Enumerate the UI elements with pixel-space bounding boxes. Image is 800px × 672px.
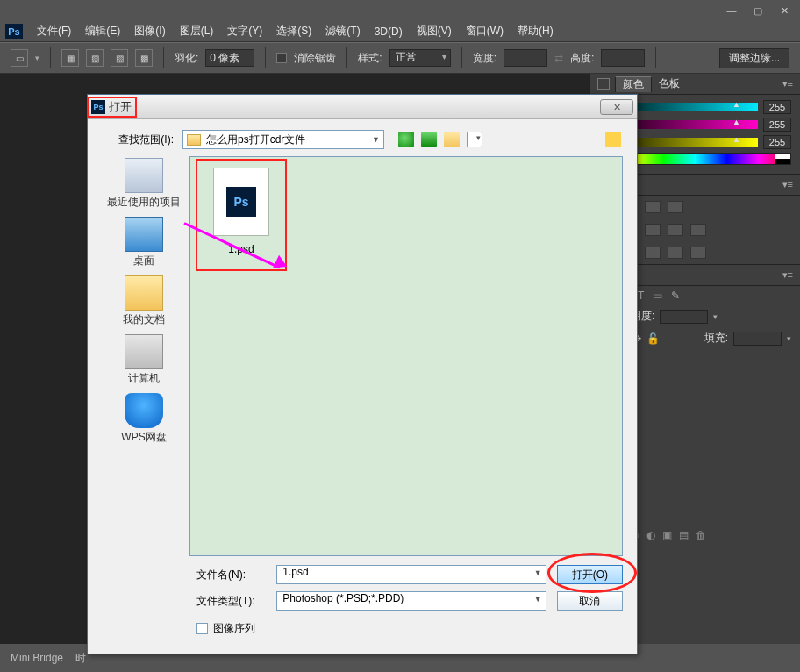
image-sequence-checkbox[interactable]	[196, 623, 208, 634]
threshold-icon[interactable]	[645, 247, 661, 259]
menu-3d[interactable]: 3D(D)	[368, 25, 410, 38]
menu-window[interactable]: 窗口(W)	[459, 24, 511, 39]
lock-all-icon[interactable]: 🔓	[646, 332, 660, 345]
place-documents[interactable]: 我的文档	[104, 275, 183, 327]
antialias-checkbox[interactable]	[276, 53, 287, 63]
magenta-value[interactable]: 255	[763, 118, 791, 132]
menu-image[interactable]: 图像(I)	[127, 24, 172, 39]
file-tile-name: 1.psd	[228, 243, 254, 255]
path-pen-icon[interactable]: ✎	[671, 290, 680, 302]
timeline-tab[interactable]: 时	[75, 651, 86, 666]
filename-input[interactable]: 1.psd	[276, 565, 546, 584]
dialog-title-highlight: Ps 打开	[88, 97, 137, 118]
open-button[interactable]: 打开(O)	[557, 565, 623, 584]
dialog-ps-icon: Ps	[91, 100, 105, 114]
look-in-label: 查找范围(I):	[102, 132, 174, 147]
app-menubar: Ps 文件(F) 编辑(E) 图像(I) 图层(L) 文字(Y) 选择(S) 滤…	[0, 21, 800, 42]
menu-select[interactable]: 选择(S)	[269, 24, 318, 39]
cancel-button[interactable]: 取消	[557, 591, 623, 611]
style-select[interactable]: 正常	[389, 49, 451, 67]
menu-edit[interactable]: 编辑(E)	[78, 24, 127, 39]
image-sequence-label: 图像序列	[213, 621, 255, 636]
filetype-select[interactable]: Photoshop (*.PSD;*.PDD)	[276, 591, 546, 611]
color-panel-menu-icon[interactable]: ▾≡	[782, 78, 793, 89]
height-input[interactable]	[601, 49, 645, 67]
dialog-title: 打开	[109, 99, 132, 115]
antialias-label: 消除锯齿	[294, 51, 336, 66]
menu-type[interactable]: 文字(Y)	[220, 24, 269, 39]
computer-icon	[125, 334, 163, 369]
exposure-icon[interactable]	[668, 201, 683, 213]
file-list-area[interactable]: Ps 1.psd	[189, 156, 623, 556]
new-layer-icon[interactable]: ▤	[679, 529, 689, 541]
new-group-icon[interactable]: ▣	[662, 529, 672, 541]
place-desktop[interactable]: 桌面	[104, 217, 183, 268]
mini-bridge-tab[interactable]: Mini Bridge	[11, 652, 63, 664]
filename-label: 文件名(N):	[196, 568, 266, 583]
menu-view[interactable]: 视图(V)	[410, 24, 459, 39]
look-in-select[interactable]: 怎么用ps打开cdr文件	[182, 130, 384, 149]
selection-subtract-icon[interactable]: ▨	[111, 49, 128, 67]
menu-filter[interactable]: 滤镜(T)	[318, 24, 367, 39]
fill-input[interactable]	[733, 332, 782, 346]
file-tile[interactable]: Ps 1.psd	[196, 159, 287, 271]
options-toolbar: ▭ ▾ ▦ ▧ ▨ ▩ 羽化: 消除锯齿 样式: 正常 宽度: ⇄ 高度: 调整…	[0, 42, 800, 74]
folder-icon	[187, 134, 201, 146]
delete-layer-icon[interactable]: 🗑	[696, 529, 706, 541]
place-computer-label: 计算机	[128, 371, 160, 386]
yellow-value[interactable]: 255	[763, 135, 791, 149]
path-shape-icon[interactable]: ▭	[653, 290, 662, 302]
dialog-close-button[interactable]: ✕	[600, 99, 633, 115]
desktop-icon	[125, 217, 163, 252]
place-desktop-label: 桌面	[133, 254, 154, 268]
lookup-icon[interactable]	[690, 224, 706, 236]
file-thumbnail: Ps	[213, 168, 269, 236]
nav-favorite-icon[interactable]	[605, 132, 621, 147]
place-documents-label: 我的文档	[123, 312, 165, 327]
menu-layer[interactable]: 图层(L)	[173, 24, 221, 39]
place-computer[interactable]: 计算机	[104, 334, 183, 386]
refine-edge-button[interactable]: 调整边缘...	[719, 48, 789, 68]
width-input[interactable]	[504, 49, 547, 67]
selection-intersect-icon[interactable]: ▩	[135, 49, 153, 67]
tab-color[interactable]: 颜色	[615, 76, 652, 92]
place-wps[interactable]: WPS网盘	[104, 393, 183, 445]
nav-newfolder-icon[interactable]	[444, 132, 460, 147]
selection-add-icon[interactable]: ▧	[86, 49, 104, 67]
width-label: 宽度:	[473, 51, 496, 66]
look-in-value: 怎么用ps打开cdr文件	[206, 132, 305, 147]
window-maximize-button[interactable]: ▢	[746, 4, 770, 18]
bw-icon[interactable]	[645, 224, 661, 236]
marquee-tool-icon[interactable]: ▭	[11, 49, 28, 67]
nav-back-icon[interactable]	[398, 132, 414, 147]
nav-up-icon[interactable]	[421, 132, 437, 147]
panel-menu-icon[interactable]: ▾≡	[782, 179, 793, 190]
nav-viewmode-icon[interactable]	[467, 132, 482, 147]
place-recent-label: 最近使用的项目	[107, 195, 181, 210]
place-recent[interactable]: 最近使用的项目	[104, 158, 183, 210]
menu-help[interactable]: 帮助(H)	[511, 24, 561, 39]
menu-file[interactable]: 文件(F)	[30, 24, 78, 39]
selection-new-icon[interactable]: ▦	[61, 49, 79, 67]
window-minimize-button[interactable]: —	[719, 4, 744, 18]
levels-icon[interactable]	[645, 201, 661, 213]
mixer-icon[interactable]	[668, 224, 683, 236]
tab-swatches[interactable]: 色板	[652, 76, 687, 91]
gradient-map-icon[interactable]	[668, 247, 683, 259]
feather-input[interactable]	[205, 49, 254, 67]
panel-collapse-icon[interactable]	[597, 78, 610, 90]
cyan-value[interactable]: 255	[763, 100, 791, 114]
feather-label: 羽化:	[175, 51, 198, 66]
dialog-titlebar[interactable]: Ps 打开 ✕	[88, 95, 637, 119]
color-panel-tabs: 颜色 色板 ▾≡	[590, 74, 800, 95]
wps-icon	[125, 393, 163, 428]
window-close-button[interactable]: ✕	[772, 4, 796, 18]
new-fill-adjust-icon[interactable]: ◐	[646, 529, 655, 541]
paths-panel-menu-icon[interactable]: ▾≡	[782, 269, 793, 281]
height-label: 高度:	[570, 51, 594, 66]
opacity-input[interactable]	[660, 310, 708, 324]
path-text-icon[interactable]: T	[638, 290, 644, 302]
selective-color-icon[interactable]	[690, 247, 706, 259]
app-logo: Ps	[5, 24, 23, 39]
window-titlebar: — ▢ ✕	[0, 0, 800, 21]
